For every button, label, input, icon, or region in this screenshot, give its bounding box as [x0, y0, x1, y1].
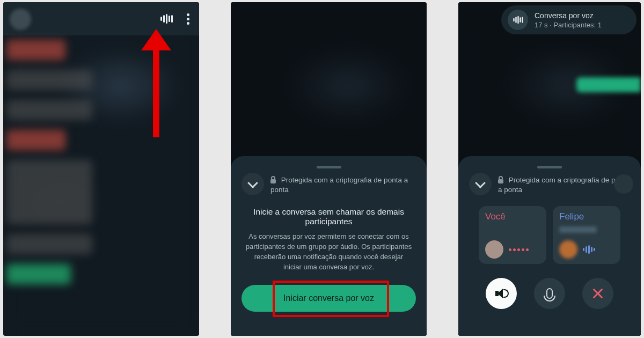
voice-chat-icon[interactable]: [160, 14, 173, 24]
speaker-icon: [495, 288, 507, 299]
sheet-headline: Inicie a conversa sem chamar os demais p…: [241, 207, 416, 226]
speaking-indicator-icon: [509, 248, 529, 251]
participant-avatar: [485, 240, 503, 259]
microphone-icon: [546, 288, 553, 299]
annotation-highlight-box: [273, 281, 389, 317]
participant-card-you[interactable]: Você: [479, 206, 546, 264]
chevron-down-icon: [247, 178, 258, 188]
voice-wave-icon: [508, 10, 528, 30]
screenshot-2: Protegida com a criptografia de ponta a …: [231, 2, 427, 336]
audio-wave-icon: [583, 245, 595, 254]
screenshot-3: Conversa por voz 17 s · Participantes: 1…: [458, 2, 641, 336]
close-icon: [591, 287, 604, 300]
sheet-description: As conversas por voz permitem se conecta…: [241, 232, 416, 272]
chevron-down-icon: [475, 178, 486, 188]
participant-status-blur: [559, 226, 597, 233]
start-button-wrap: Iniciar conversa por voz: [241, 285, 416, 312]
group-avatar[interactable]: [10, 9, 31, 30]
participant-avatar: [559, 240, 577, 259]
encryption-text: Protegida com a criptografia de ponta a …: [498, 176, 630, 194]
leave-button[interactable]: [582, 278, 613, 309]
outgoing-message-blur: [576, 77, 641, 92]
lock-icon: [270, 176, 276, 183]
participants-row: Você Felipe: [469, 206, 630, 264]
participant-name: Você: [485, 211, 540, 222]
collapse-button[interactable]: [241, 173, 264, 195]
collapse-button[interactable]: [469, 173, 492, 195]
voice-chat-sheet: Protegida com a criptografia de ponta a …: [458, 156, 641, 336]
encryption-text: Protegida com a criptografia de ponta a …: [270, 176, 408, 194]
voice-chip-title: Conversa por voz: [535, 11, 602, 20]
chat-topbar: [3, 2, 199, 35]
speaker-button[interactable]: [486, 278, 517, 309]
more-options-icon[interactable]: [187, 13, 189, 25]
expand-icon[interactable]: [614, 174, 633, 194]
screenshot-1: [3, 2, 199, 336]
voice-chip-text: Conversa por voz 17 s · Participantes: 1: [535, 11, 602, 29]
start-voice-sheet: Protegida com a criptografia de ponta a …: [231, 156, 427, 336]
blurred-messages: [6, 40, 114, 330]
sheet-handle[interactable]: [537, 166, 562, 168]
active-voice-chip[interactable]: Conversa por voz 17 s · Participantes: 1: [501, 5, 636, 34]
encryption-row: Protegida com a criptografia de ponta a …: [469, 173, 630, 195]
call-controls: [486, 278, 613, 309]
sheet-handle[interactable]: [317, 166, 341, 168]
voice-chip-subtitle: 17 s · Participantes: 1: [535, 21, 602, 29]
encryption-row: Protegida com a criptografia de ponta a …: [241, 173, 416, 195]
participant-name: Felipe: [559, 211, 614, 222]
participant-card-felipe[interactable]: Felipe: [553, 206, 620, 264]
lock-icon: [498, 176, 503, 183]
mute-button[interactable]: [534, 278, 565, 309]
